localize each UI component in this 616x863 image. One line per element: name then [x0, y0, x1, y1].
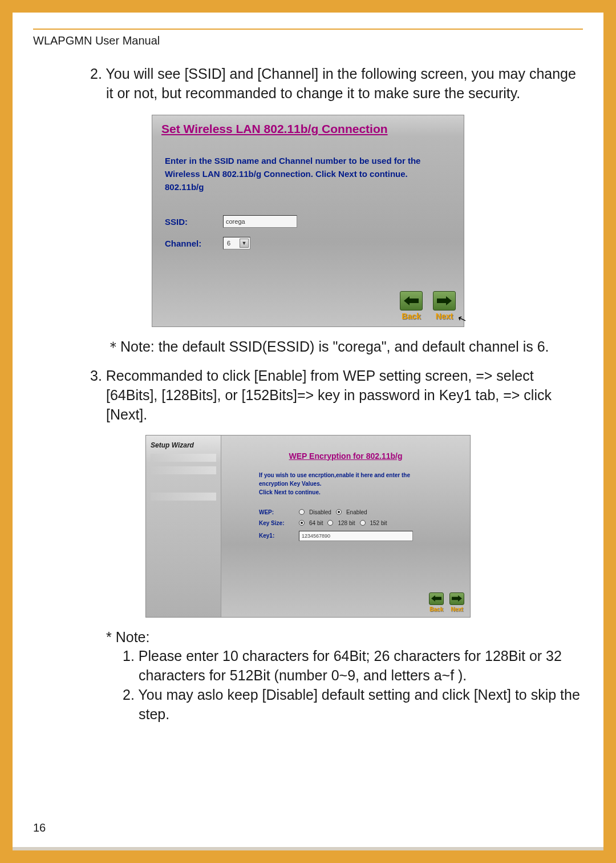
ssid-label: SSID: [165, 217, 223, 227]
note-end-2: 2. You may aslo keep [Disable] default s… [33, 685, 583, 724]
wep-disabled-radio[interactable] [299, 509, 305, 515]
svg-marker-0 [404, 296, 419, 305]
cursor-icon: ↖ [456, 312, 468, 326]
panel-title: Set Wireless LAN 802.11b/g Connection [152, 115, 464, 140]
screenshot-ssid-panel: Set Wireless LAN 802.11b/g Connection En… [152, 115, 464, 327]
keysize-152-radio[interactable] [360, 520, 366, 526]
note-1: ＊Note: the default SSID(ESSID) is "coreg… [33, 337, 583, 357]
note-end-1: 1. Please enter 10 characters for 64Bit;… [33, 647, 583, 685]
next-label: Next [436, 312, 453, 321]
sidebar: Setup Wizard [146, 435, 221, 617]
svg-marker-3 [452, 595, 462, 602]
panel-instructions: Enter in the SSID name and Channel numbe… [152, 140, 464, 194]
svg-marker-1 [437, 296, 452, 305]
channel-select[interactable]: 6 ▼ [223, 237, 250, 249]
keysize-label: Key Size: [259, 520, 299, 526]
svg-marker-2 [431, 595, 441, 602]
next-label: Next [451, 606, 463, 612]
page-number: 16 [33, 821, 46, 834]
panel-instructions: If you wish to use encrption,enable it h… [221, 466, 470, 497]
step-2-text: 2. You will see [SSID] and [Channel] in … [33, 64, 583, 103]
panel-title: WEP Encryption for 802.11b/g [221, 435, 470, 466]
wep-label: WEP: [259, 509, 299, 515]
note-heading: * Note: [33, 628, 583, 647]
wep-enabled-radio[interactable] [336, 509, 342, 515]
key1-label: Key1: [259, 533, 299, 539]
channel-label: Channel: [165, 239, 223, 248]
step-3-text: 3. Recommanded to click [Enable] from WE… [33, 366, 583, 424]
key1-input[interactable] [299, 531, 413, 541]
next-button[interactable] [449, 592, 464, 605]
keysize-128-radio[interactable] [327, 520, 333, 526]
keysize-64-radio[interactable] [299, 520, 305, 526]
page-header: WLAPGMN User Manual [33, 34, 583, 47]
back-button[interactable] [400, 291, 423, 310]
back-button[interactable] [429, 592, 444, 605]
next-button[interactable] [433, 291, 456, 310]
back-label: Back [402, 312, 420, 321]
back-label: Back [429, 606, 443, 612]
screenshot-wep-panel: Setup Wizard WEP Encryption for 802.11b/… [145, 435, 471, 618]
chevron-down-icon: ▼ [240, 239, 249, 248]
ssid-input[interactable] [223, 215, 297, 228]
